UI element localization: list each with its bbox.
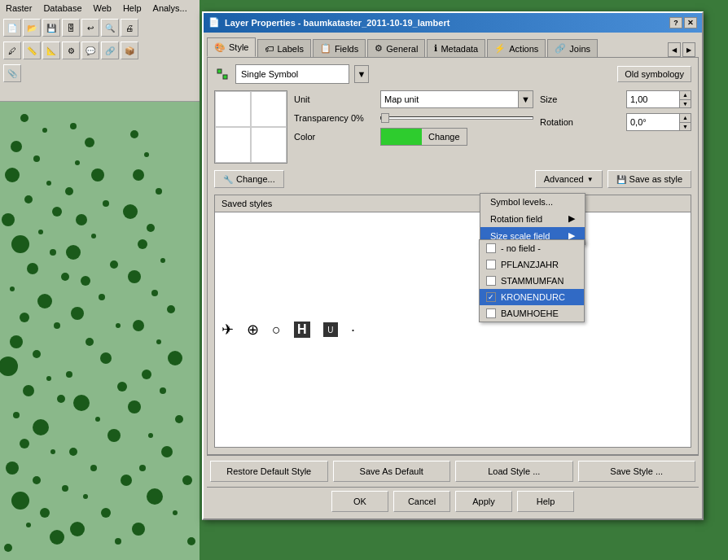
menu-item-rotation-field[interactable]: Rotation field ▶: [480, 210, 585, 227]
load-style-button[interactable]: Load Style ...: [455, 461, 573, 482]
tb-btn-8[interactable]: 🖊: [3, 42, 21, 59]
submenu-item-pflanzjahr[interactable]: PFLANZJAHR: [480, 256, 584, 273]
tab-general[interactable]: ⚙ General: [367, 39, 425, 57]
tab-next-btn[interactable]: ▶: [682, 42, 695, 57]
tab-metadata[interactable]: ℹ Metadata: [427, 39, 485, 57]
submenu-item-stammumfan[interactable]: STAMMUMFAN: [480, 273, 584, 289]
rotation-spin-down[interactable]: ▼: [680, 123, 691, 131]
tab-fields[interactable]: 📋 Fields: [313, 39, 366, 57]
rotation-spin-arrows: ▲ ▼: [679, 114, 691, 130]
svg-point-25: [33, 419, 49, 435]
layer-properties-dialog: 📄 Layer Properties - baumkataster_2011-1…: [202, 11, 704, 520]
menu-raster[interactable]: Raster: [3, 2, 34, 14]
color-button[interactable]: Change: [380, 128, 467, 146]
size-rotation-area: Size 1,00 ▲ ▼ Rotation 0,0: [540, 90, 691, 164]
tab-style[interactable]: 🎨 Style: [207, 37, 256, 57]
tb-btn-13[interactable]: 🔗: [101, 42, 119, 59]
help-button[interactable]: ?: [669, 17, 682, 28]
restore-default-button[interactable]: Restore Default Style: [210, 461, 328, 482]
rotation-spinbox[interactable]: 0,0° ▲ ▼: [626, 113, 691, 131]
ok-button[interactable]: OK: [331, 491, 388, 512]
pflanzjahr-checkbox[interactable]: [486, 260, 496, 269]
transparency-slider[interactable]: [380, 116, 533, 120]
tb-btn-12[interactable]: 💬: [81, 42, 99, 59]
svg-point-57: [69, 448, 77, 456]
symbol-type-arrow[interactable]: ▼: [354, 65, 369, 83]
svg-point-41: [103, 200, 109, 207]
svg-point-32: [40, 508, 50, 518]
baumhoehe-label: BAUMHOEHE: [501, 308, 559, 318]
baumhoehe-checkbox[interactable]: [486, 308, 496, 318]
symbol-type-row: Single Symbol ▼ Old symbology: [214, 64, 691, 84]
tb-btn-2[interactable]: 📂: [23, 19, 41, 37]
cancel-button[interactable]: Cancel: [393, 491, 450, 512]
no-field-checkbox[interactable]: [486, 243, 496, 253]
transparency-slider-container: [380, 116, 533, 120]
svg-point-35: [4, 544, 12, 552]
rotation-row: Rotation 0,0° ▲ ▼: [540, 113, 691, 131]
tb-btn-11[interactable]: ⚙: [62, 42, 80, 59]
style-symbol-airplane[interactable]: ✈: [221, 321, 234, 339]
rotation-field-label: Rotation field: [490, 214, 542, 224]
svg-point-47: [99, 294, 105, 300]
unit-combo-arrow[interactable]: ▼: [518, 91, 533, 107]
style-symbol-hospital[interactable]: H: [294, 322, 310, 338]
tab-joins[interactable]: 🔗 Joins: [547, 39, 598, 57]
old-symbology-button[interactable]: Old symbology: [617, 66, 691, 82]
tb-btn-4[interactable]: 🗄: [62, 19, 80, 37]
tb-btn-1[interactable]: 📄: [3, 19, 21, 37]
preview-cell-tl: [215, 91, 251, 127]
tab-labels[interactable]: 🏷 Labels: [257, 39, 310, 57]
svg-point-33: [26, 523, 31, 527]
tb-btn-6[interactable]: 🔍: [101, 19, 119, 37]
save-as-default-button[interactable]: Save As Default: [333, 461, 451, 482]
tb-btn-9[interactable]: 📏: [23, 42, 41, 59]
change-button[interactable]: 🔧 Change...: [214, 170, 284, 188]
size-spin-down[interactable]: ▼: [680, 100, 691, 108]
save-style-button[interactable]: Save Style ...: [578, 461, 696, 482]
style-symbol-dot[interactable]: ·: [351, 322, 355, 339]
tab-bar: 🎨 Style 🏷 Labels 📋 Fields ⚙ General ℹ Me…: [207, 36, 699, 57]
help-dialog-button[interactable]: Help: [517, 491, 574, 512]
style-symbol-circle[interactable]: ○: [272, 322, 281, 339]
svg-point-59: [121, 475, 132, 486]
size-spinbox[interactable]: 1,00 ▲ ▼: [626, 90, 691, 108]
apply-button[interactable]: Apply: [455, 491, 512, 512]
symbol-type-dropdown[interactable]: Single Symbol: [235, 64, 349, 84]
unit-value: Map unit: [384, 94, 419, 104]
menu-help[interactable]: Help: [121, 2, 144, 14]
svg-point-46: [81, 276, 90, 286]
kronendurc-checkbox[interactable]: ✓: [486, 292, 496, 302]
tb-btn-15[interactable]: 📎: [3, 64, 21, 82]
tab-prev-btn[interactable]: ◀: [668, 42, 681, 57]
style-symbol-square[interactable]: U: [323, 322, 338, 337]
size-spin-up[interactable]: ▲: [680, 91, 691, 100]
save-as-style-button[interactable]: 💾 Save as style: [607, 170, 691, 188]
style-symbol-crosshair[interactable]: ⊕: [247, 321, 259, 339]
menu-analys[interactable]: Analys...: [151, 2, 190, 14]
stammumfan-checkbox[interactable]: [486, 276, 496, 286]
menu-web[interactable]: Web: [91, 2, 114, 14]
menu-item-symbol-levels[interactable]: Symbol levels...: [480, 194, 585, 210]
menu-database[interactable]: Database: [41, 2, 84, 14]
rotation-spin-up[interactable]: ▲: [680, 114, 691, 123]
tb-btn-5[interactable]: ↩: [81, 19, 99, 37]
submenu-item-baumhoehe[interactable]: BAUMHOEHE: [480, 305, 584, 322]
tab-actions[interactable]: ⚡ Actions: [487, 39, 546, 57]
tb-btn-7[interactable]: 🖨: [121, 19, 138, 37]
toolbar-area: Raster Database Web Help Analys... 📄 📂 💾…: [0, 0, 200, 102]
unit-combo[interactable]: Map unit ▼: [380, 90, 533, 108]
tb-btn-3[interactable]: 💾: [42, 19, 60, 37]
color-row: Color Change: [294, 128, 533, 146]
svg-point-40: [65, 187, 73, 195]
advanced-button[interactable]: Advanced ▼: [535, 170, 603, 188]
color-label: Color: [294, 132, 375, 142]
transparency-label: Transparency 0%: [294, 113, 375, 123]
close-button[interactable]: ✕: [684, 17, 697, 28]
submenu-item-kronendurc[interactable]: ✓ KRONENDURC: [480, 289, 584, 305]
tb-btn-10[interactable]: 📐: [42, 42, 60, 59]
svg-point-51: [100, 352, 112, 364]
transparency-thumb[interactable]: [381, 113, 389, 123]
tb-btn-14[interactable]: 📦: [121, 42, 138, 59]
submenu-item-no-field[interactable]: - no field -: [480, 240, 584, 256]
